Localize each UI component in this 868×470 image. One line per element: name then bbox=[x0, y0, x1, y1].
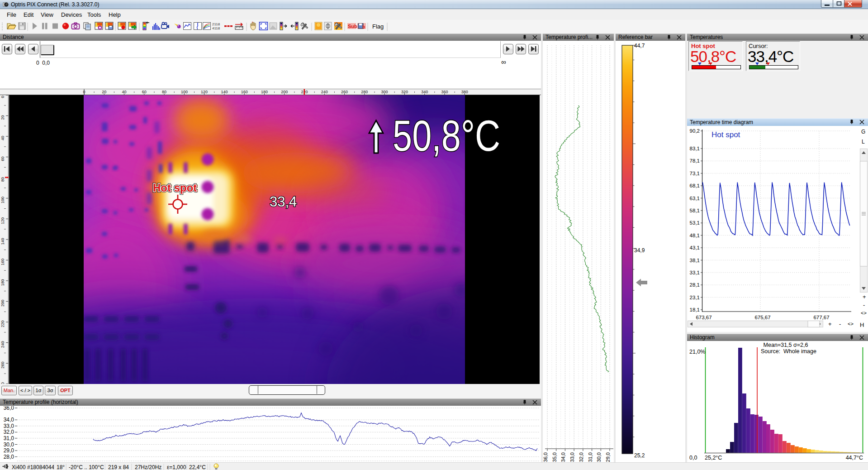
svg-text:b: b bbox=[362, 24, 365, 29]
svg-text:36,0: 36,0 bbox=[543, 452, 548, 462]
svg-text:78,1: 78,1 bbox=[690, 158, 700, 163]
svg-text:23,1: 23,1 bbox=[690, 295, 700, 300]
svg-text:43,1: 43,1 bbox=[690, 245, 700, 250]
svg-text:673,67: 673,67 bbox=[696, 315, 711, 320]
svg-text:53,1: 53,1 bbox=[690, 220, 700, 225]
svg-text:33,4: 33,4 bbox=[270, 194, 297, 210]
svg-text:80: 80 bbox=[162, 90, 166, 94]
svg-text:240: 240 bbox=[0, 341, 5, 348]
svg-text:4118: 4118 bbox=[212, 26, 220, 30]
svg-text:340: 340 bbox=[421, 90, 428, 94]
svg-text:32,0: 32,0 bbox=[4, 429, 14, 435]
svg-text:21,0%: 21,0% bbox=[689, 349, 705, 355]
svg-text:120: 120 bbox=[201, 90, 208, 94]
svg-text:50,8°C: 50,8°C bbox=[393, 111, 500, 160]
svg-text:31,0: 31,0 bbox=[4, 435, 14, 441]
svg-text:33,0: 33,0 bbox=[569, 452, 575, 462]
svg-text:34,0: 34,0 bbox=[560, 452, 566, 462]
svg-text:0,0: 0,0 bbox=[689, 455, 697, 461]
svg-text:360: 360 bbox=[441, 90, 448, 94]
svg-text:Flag: Flag bbox=[372, 23, 384, 30]
svg-text:260: 260 bbox=[341, 90, 348, 94]
svg-text:68,1: 68,1 bbox=[690, 183, 700, 188]
svg-text:40: 40 bbox=[0, 136, 5, 140]
svg-text:35,0: 35,0 bbox=[552, 452, 557, 462]
svg-text:220: 220 bbox=[0, 321, 5, 327]
svg-text:28,0: 28,0 bbox=[4, 454, 14, 460]
svg-text:100: 100 bbox=[0, 197, 5, 203]
svg-text:90,2: 90,2 bbox=[690, 128, 700, 134]
svg-text:2118: 2118 bbox=[212, 22, 220, 26]
svg-text:44,7°C: 44,7°C bbox=[846, 455, 863, 461]
svg-text:140: 140 bbox=[221, 90, 228, 94]
svg-text:100: 100 bbox=[181, 90, 188, 94]
svg-text:677,67: 677,67 bbox=[813, 315, 829, 320]
svg-text:31,0: 31,0 bbox=[588, 452, 593, 462]
svg-text:28,1: 28,1 bbox=[690, 282, 700, 288]
svg-text:29,0: 29,0 bbox=[605, 452, 611, 462]
svg-text:83,1: 83,1 bbox=[690, 146, 700, 151]
svg-text:0: 0 bbox=[0, 96, 5, 98]
svg-text:18,1: 18,1 bbox=[690, 307, 700, 312]
svg-text:280: 280 bbox=[361, 90, 368, 94]
svg-text:32,0: 32,0 bbox=[579, 452, 584, 462]
svg-text:260: 260 bbox=[0, 362, 5, 369]
svg-text:63,1: 63,1 bbox=[690, 196, 700, 201]
svg-text:Hot spot: Hot spot bbox=[711, 130, 740, 139]
svg-text:200: 200 bbox=[0, 300, 5, 307]
svg-text:58,1: 58,1 bbox=[690, 208, 700, 213]
svg-text:30,0: 30,0 bbox=[596, 452, 602, 462]
svg-text:20: 20 bbox=[102, 90, 106, 94]
svg-text:60: 60 bbox=[142, 90, 147, 94]
svg-text:300: 300 bbox=[381, 90, 388, 94]
svg-text:120: 120 bbox=[0, 217, 5, 224]
svg-text:200: 200 bbox=[281, 90, 288, 94]
svg-text:Mean=31,5 σ=2,6: Mean=31,5 σ=2,6 bbox=[764, 342, 808, 348]
svg-text:Sub: Sub bbox=[348, 24, 357, 29]
svg-text:34,0: 34,0 bbox=[4, 417, 14, 423]
svg-text:80: 80 bbox=[0, 177, 5, 182]
svg-text:36,0: 36,0 bbox=[4, 406, 14, 411]
svg-text:Hot spot: Hot spot bbox=[153, 182, 197, 194]
svg-text:160: 160 bbox=[241, 90, 248, 94]
svg-text:380: 380 bbox=[461, 90, 468, 94]
svg-text:29,0: 29,0 bbox=[4, 447, 14, 454]
svg-text:180: 180 bbox=[261, 90, 268, 94]
svg-text:140: 140 bbox=[0, 238, 5, 245]
svg-text:73,1: 73,1 bbox=[690, 171, 700, 176]
svg-text:60: 60 bbox=[0, 157, 5, 161]
svg-text:675,67: 675,67 bbox=[754, 315, 770, 320]
svg-text:320: 320 bbox=[401, 90, 408, 94]
svg-text:34,9: 34,9 bbox=[634, 247, 645, 254]
svg-text:240: 240 bbox=[321, 90, 328, 94]
svg-text:33,1: 33,1 bbox=[690, 270, 700, 275]
svg-text:40: 40 bbox=[122, 90, 126, 94]
svg-text:30,0: 30,0 bbox=[4, 441, 14, 448]
svg-text:Source: Whole image: Source: Whole image bbox=[761, 348, 816, 355]
svg-text:160: 160 bbox=[0, 259, 5, 265]
svg-text:25,2: 25,2 bbox=[634, 452, 645, 459]
svg-text:38,1: 38,1 bbox=[690, 258, 700, 263]
svg-text:48,1: 48,1 bbox=[690, 233, 700, 238]
svg-text:33,0: 33,0 bbox=[4, 423, 14, 429]
svg-text:20: 20 bbox=[0, 115, 5, 120]
svg-text:25,2°C: 25,2°C bbox=[705, 455, 722, 461]
svg-text:180: 180 bbox=[0, 279, 5, 286]
svg-text:44,7: 44,7 bbox=[634, 43, 645, 49]
